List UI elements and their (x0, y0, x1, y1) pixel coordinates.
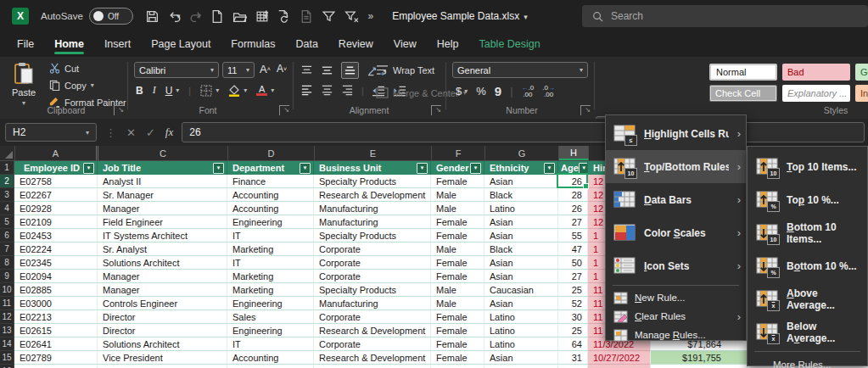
cell-salary[interactable]: $191,755 (651, 351, 748, 365)
cell-business-unit[interactable]: Corporate (314, 256, 431, 270)
ribbon-tab[interactable]: Formulas (221, 33, 285, 56)
search-input[interactable]: Search (582, 5, 868, 27)
accounting-dropdown-icon[interactable]: ▾ (464, 87, 468, 95)
cell-job-title[interactable]: Manager (98, 270, 227, 283)
cell-department[interactable]: Accounting (227, 188, 314, 202)
column-header-d[interactable]: D (228, 146, 315, 160)
menu-item-clear-rules[interactable]: Clear Rules › (606, 307, 746, 326)
cell-employee-id[interactable]: E02213 (14, 310, 98, 324)
cell-age[interactable]: 47 (558, 243, 588, 256)
bold-button[interactable]: B (136, 85, 143, 97)
column-header-f[interactable]: F (432, 146, 485, 160)
cell-gender[interactable]: Male (431, 243, 484, 256)
refresh-document-icon[interactable] (276, 9, 290, 24)
cell-age[interactable]: 55 (558, 229, 588, 243)
clear-filter-icon[interactable] (344, 9, 359, 24)
autosave-toggle[interactable]: Off (89, 8, 133, 25)
clipboard-dialog-launcher[interactable]: ↘ (114, 105, 124, 115)
filter-dropdown-icon[interactable]: ▼ (544, 163, 555, 174)
filter-icon[interactable] (322, 9, 336, 24)
row-header[interactable]: 11 (0, 297, 14, 310)
row-header[interactable]: 10 (0, 283, 14, 297)
save-icon[interactable] (145, 9, 160, 24)
cell-age[interactable]: 26 (558, 202, 588, 215)
cell-department[interactable]: Marketing (227, 243, 314, 256)
cell-age[interactable]: 28 (558, 188, 588, 202)
cell-gender[interactable]: Male (431, 202, 484, 215)
cell-job-title[interactable]: Director (98, 324, 227, 337)
filter-dropdown-icon[interactable]: ▼ (470, 163, 481, 174)
header-gender[interactable]: Gender▼ (431, 161, 484, 175)
filter-dropdown-icon[interactable]: ▼ (83, 163, 94, 174)
header-job-title[interactable]: Job Title▼ (98, 161, 227, 175)
cell-job-title[interactable]: Solutions Architect (98, 256, 227, 270)
cell-style-explanatory[interactable]: Explanatory ... (782, 85, 850, 102)
font-dialog-launcher[interactable]: ↘ (279, 105, 289, 115)
paste-document-icon[interactable] (299, 9, 313, 24)
cell-job-title[interactable]: Sr. Manager (98, 188, 227, 202)
cell-employee-id[interactable]: E02109 (14, 215, 98, 229)
cell-employee-id[interactable]: E03000 (14, 297, 98, 310)
menu-item-manage-rules[interactable]: Manage Rules... (606, 326, 746, 344)
submenu-item-bottom-10-percent[interactable]: % Bottom 10 %... (748, 249, 867, 282)
align-center-icon[interactable] (321, 85, 333, 97)
header-employee-id[interactable]: Employee ID▼ (14, 161, 98, 175)
open-file-icon[interactable] (232, 9, 247, 24)
fill-color-dropdown-icon[interactable]: ▾ (244, 86, 247, 94)
cell-business-unit[interactable]: Corporate (314, 337, 431, 351)
cell-business-unit[interactable] (314, 365, 431, 368)
header-business-unit[interactable]: Business Unit▼ (314, 161, 431, 175)
cell-ethnicity[interactable]: Black (484, 243, 558, 256)
confirm-entry-icon[interactable]: ✓ (146, 126, 155, 139)
number-format-select[interactable]: General▾ (452, 62, 588, 78)
cell-job-title[interactable]: Field Engineer (98, 215, 227, 229)
row-header[interactable]: 9 (0, 270, 14, 283)
cell-gender[interactable]: Female (431, 229, 484, 243)
cell-business-unit[interactable]: Corporate (314, 270, 431, 283)
cell-gender[interactable]: Female (431, 215, 484, 229)
column-header-c[interactable]: C (98, 146, 228, 160)
row-header[interactable]: 5 (0, 215, 14, 229)
more-commands-chevron[interactable]: » (367, 10, 373, 22)
cell-ethnicity[interactable]: Asian (484, 256, 558, 270)
cell-employee-id[interactable]: E02345 (14, 256, 98, 270)
cell-business-unit[interactable]: Manufacturing (314, 202, 431, 215)
number-dialog-launcher[interactable]: ↘ (580, 105, 591, 115)
cell-ethnicity[interactable]: Asian (484, 270, 558, 283)
filter-dropdown-icon[interactable]: ▼ (417, 163, 428, 174)
header-ethnicity[interactable]: Ethnicity▼ (484, 161, 558, 175)
cell-department[interactable]: Accounting (227, 202, 314, 215)
menu-item-new-rule[interactable]: New Rule... (606, 288, 746, 307)
cell-ethnicity[interactable]: Asian (484, 175, 558, 188)
cell-gender[interactable] (431, 365, 484, 368)
cell-department[interactable]: Accounting (227, 351, 314, 365)
paste-button[interactable]: Paste ▾ (7, 59, 41, 109)
cell-ethnicity[interactable]: Asian (484, 215, 558, 229)
cell-department[interactable]: Engineering (227, 297, 314, 310)
percent-style-button[interactable]: % (476, 85, 486, 98)
fill-color-button[interactable] (228, 85, 240, 97)
ribbon-tab[interactable]: Home (44, 33, 94, 56)
decrease-font-size-button[interactable]: A˅ (277, 63, 287, 75)
alignment-dialog-launcher[interactable]: ↘ (431, 105, 441, 115)
undo-button[interactable]: ▾ (168, 9, 181, 24)
cell-style-input[interactable]: Input (855, 85, 868, 102)
font-size-select[interactable]: 11▾ (222, 62, 255, 78)
cell-ethnicity[interactable]: Latino (484, 324, 558, 337)
cell-business-unit[interactable]: Research & Development (314, 324, 431, 337)
ribbon-tab[interactable]: Help (427, 33, 469, 56)
cell-age[interactable]: 25 (558, 283, 588, 297)
select-all-corner[interactable] (0, 146, 15, 160)
cell-business-unit[interactable]: Corporate (314, 243, 431, 256)
submenu-item-below-average[interactable]: x Below Average... (748, 315, 867, 348)
borders-dropdown-icon[interactable]: ▾ (216, 86, 219, 94)
cell-style-check-cell[interactable]: Check Cell (709, 85, 777, 102)
column-header-h[interactable]: H (559, 146, 589, 160)
menu-item-highlight-cells-rules[interactable]: ≤ Highlight Cells Rules › (606, 117, 746, 150)
row-header[interactable]: 15 (0, 351, 14, 365)
cell-job-title[interactable]: Manager (98, 283, 227, 297)
cell-salary[interactable] (651, 365, 748, 368)
row-header[interactable]: 8 (0, 256, 14, 270)
autosave-control[interactable]: AutoSave Off (41, 8, 133, 25)
underline-dropdown-icon[interactable]: ▾ (176, 86, 179, 94)
